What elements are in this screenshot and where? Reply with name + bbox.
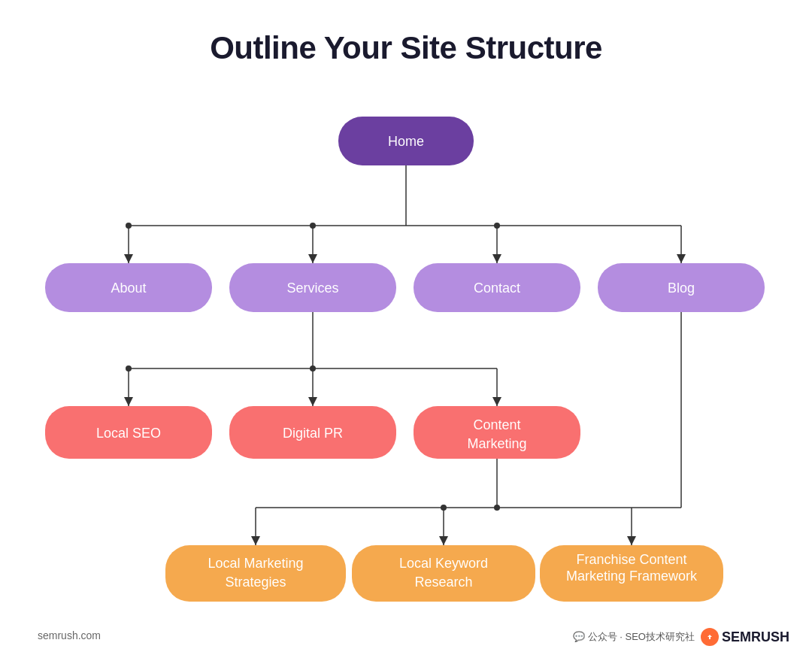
arrow-contact <box>492 254 501 263</box>
arrow-about <box>124 254 133 263</box>
node-localkw-label-line2: Research <box>414 575 472 590</box>
node-localmktg-label-line1: Local Marketing <box>208 556 303 571</box>
node-about-label: About <box>111 280 146 296</box>
arrow-localmktg <box>251 536 260 545</box>
dot-localseo-l2 <box>126 365 132 371</box>
dot-localkw-l3 <box>441 505 447 511</box>
node-blog-label: Blog <box>668 280 695 296</box>
node-localseo-label: Local SEO <box>96 426 161 441</box>
dot-contentmktg-l3 <box>494 505 500 511</box>
dot-about <box>126 223 132 229</box>
dot-services <box>310 223 316 229</box>
semrush-icon <box>701 628 719 646</box>
arrow-contentmktg <box>492 397 501 406</box>
footer-domain: semrush.com <box>38 629 101 641</box>
node-localkw <box>352 545 535 602</box>
wechat-label: 💬 公众号 · SEO技术研究社 <box>573 630 695 644</box>
node-services-label: Services <box>286 280 338 296</box>
footer-right: 💬 公众号 · SEO技术研究社 SEMRUSH <box>573 628 789 646</box>
arrow-blog <box>677 254 686 263</box>
dot-contact <box>494 223 500 229</box>
dot-services-l2 <box>310 365 316 371</box>
arrow-localseo <box>124 397 133 406</box>
node-home-label: Home <box>388 134 424 149</box>
node-localmktg <box>165 545 346 602</box>
node-digitalpr-label: Digital PR <box>283 426 343 441</box>
arrow-franchise <box>627 536 636 545</box>
page: Outline Your Site Structure <box>0 0 812 655</box>
wechat-icon: 💬 <box>573 631 585 642</box>
footer-left: semrush.com <box>38 629 101 641</box>
node-contentmktg-label-line1: Content <box>473 417 520 432</box>
wechat-text: 公众号 · SEO技术研究社 <box>588 631 695 642</box>
arrow-services <box>308 254 317 263</box>
node-contentmktg-label-line2: Marketing <box>467 436 526 451</box>
semrush-logo: SEMRUSH <box>701 628 789 646</box>
node-franchise-label-line1: Franchise Content <box>576 552 686 567</box>
semrush-text: SEMRUSH <box>722 629 789 645</box>
arrow-digitalpr <box>308 397 317 406</box>
arrow-localkw <box>439 536 448 545</box>
node-franchise-label-line2: Marketing Framework <box>566 569 698 584</box>
page-title: Outline Your Site Structure <box>0 0 812 66</box>
node-localkw-label-line1: Local Keyword <box>399 556 488 571</box>
site-structure-diagram: Home About Services Contact Blog Local S… <box>0 75 812 617</box>
node-contact-label: Contact <box>474 280 520 296</box>
node-localmktg-label-line2: Strategies <box>225 575 286 590</box>
